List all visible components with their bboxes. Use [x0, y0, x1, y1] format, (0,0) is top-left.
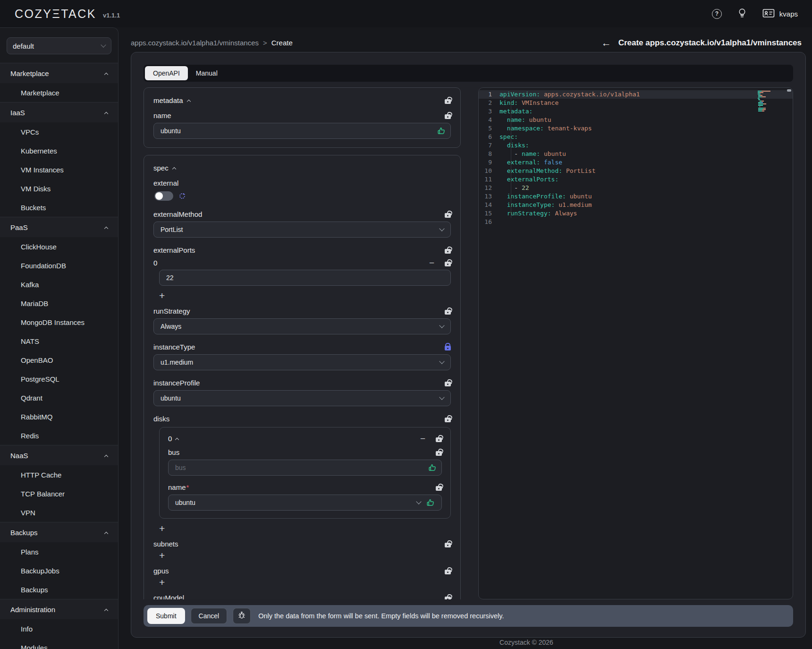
- external-toggle[interactable]: [154, 191, 173, 201]
- form-action-bar: Submit Cancel Only the data from the for…: [144, 605, 793, 627]
- lock-icon-instanceType-locked[interactable]: [445, 346, 451, 350]
- sidebar-item-vm-instances[interactable]: VM Instances: [0, 160, 118, 179]
- remove-port-button[interactable]: −: [429, 258, 434, 267]
- sidebar-item-qdrant[interactable]: Qdrant: [0, 388, 118, 407]
- sidebar-item-buckets[interactable]: Buckets: [0, 198, 118, 217]
- lock-icon-externalMethod[interactable]: [445, 213, 451, 218]
- code-line-3: 3metadata:: [479, 107, 793, 116]
- metadata-collapse[interactable]: metadata: [153, 96, 190, 104]
- help-button[interactable]: ?: [712, 9, 722, 19]
- sidebar-item-kafka[interactable]: Kafka: [0, 275, 118, 294]
- debug-button[interactable]: [233, 608, 251, 624]
- lock-icon-gpus[interactable]: [445, 570, 451, 574]
- sidebar-item-vm-disks[interactable]: VM Disks: [0, 179, 118, 198]
- lock-icon-name[interactable]: [445, 114, 451, 119]
- add-subnet-button[interactable]: +: [159, 550, 165, 560]
- line-number: 11: [479, 175, 499, 184]
- thumbs-up-icon[interactable]: [437, 127, 446, 137]
- sidebar-item-marketplace[interactable]: Marketplace: [0, 83, 118, 102]
- sidebar-item-backupjobs[interactable]: BackupJobs: [0, 561, 118, 580]
- back-button[interactable]: ←: [601, 38, 611, 48]
- name-input[interactable]: [153, 123, 451, 139]
- sidebar-item-mongodb-instances[interactable]: MongoDB Instances: [0, 313, 118, 332]
- tab-manual[interactable]: Manual: [188, 66, 226, 80]
- nav-section-iaas: IaaSVPCsKubernetesVM InstancesVM DisksBu…: [0, 102, 118, 217]
- port-input[interactable]: [159, 270, 451, 286]
- sidebar-section-backups[interactable]: Backups: [0, 522, 118, 542]
- editor-minimap[interactable]: [758, 91, 785, 113]
- sidebar-item-vpn[interactable]: VPN: [0, 503, 118, 522]
- lock-icon-cpuModel[interactable]: [445, 597, 451, 599]
- lock-icon-externalPorts[interactable]: [445, 249, 451, 254]
- lock-icon-bus[interactable]: [436, 451, 442, 456]
- reset-field-icon[interactable]: [179, 193, 186, 199]
- sidebar-item-redis[interactable]: Redis: [0, 426, 118, 445]
- lock-icon-disk-item[interactable]: [436, 437, 442, 442]
- externalMethod-select[interactable]: PortList: [153, 222, 451, 238]
- lock-icon-disk-name[interactable]: [436, 486, 442, 491]
- cancel-button[interactable]: Cancel: [191, 608, 228, 624]
- editor-scrollbar-thumb[interactable]: [787, 89, 791, 92]
- runStrategy-select[interactable]: Always: [153, 318, 451, 334]
- sidebar-item-vpcs[interactable]: VPCs: [0, 122, 118, 141]
- help-icon: ?: [712, 9, 722, 19]
- sidebar-item-kubernetes[interactable]: Kubernetes: [0, 141, 118, 160]
- lock-icon-subnets[interactable]: [445, 543, 451, 547]
- sidebar-section-administration[interactable]: Administration: [0, 599, 118, 619]
- submit-button[interactable]: Submit: [147, 608, 185, 624]
- sidebar-item-plans[interactable]: Plans: [0, 542, 118, 561]
- sidebar-item-openbao[interactable]: OpenBAO: [0, 350, 118, 369]
- sidebar-item-clickhouse[interactable]: ClickHouse: [0, 237, 118, 256]
- sidebar-item-http-cache[interactable]: HTTP Cache: [0, 465, 118, 484]
- sidebar-section-paas[interactable]: PaaS: [0, 217, 118, 237]
- remove-disk-button[interactable]: −: [420, 434, 425, 443]
- chevron-up-icon: [104, 454, 108, 458]
- chevron-down-icon: [439, 323, 444, 328]
- tab-openapi[interactable]: OpenAPI: [145, 66, 188, 80]
- field-label-instanceProfile: instanceProfile: [153, 379, 200, 387]
- code-line-9: 9 external: false: [479, 158, 793, 167]
- line-number: 9: [479, 158, 499, 167]
- sidebar-item-foundationdb[interactable]: FoundationDB: [0, 256, 118, 275]
- lock-icon-metadata[interactable]: [445, 99, 451, 104]
- thumbs-up-icon[interactable]: [428, 463, 437, 473]
- instanceProfile-select[interactable]: ubuntu: [153, 390, 451, 406]
- breadcrumb: apps.cozystack.io/v1alpha1/vminstances >…: [131, 39, 293, 47]
- code-line-8: 8 - name: ubuntu: [479, 150, 793, 158]
- sidebar-item-info[interactable]: Info: [0, 619, 118, 638]
- sidebar-item-postgresql[interactable]: PostgreSQL: [0, 369, 118, 388]
- runStrategy-value: Always: [161, 323, 181, 330]
- chevron-up-icon: [172, 167, 176, 171]
- yaml-editor[interactable]: 1apiVersion: apps.cozystack.io/v1alpha12…: [478, 87, 793, 599]
- disk-name-select[interactable]: ubuntu: [168, 495, 442, 511]
- breadcrumb-separator: >: [263, 39, 267, 47]
- user-menu-button[interactable]: kvaps: [762, 9, 798, 19]
- disk-item-index: 0: [168, 435, 172, 443]
- sidebar-section-iaas[interactable]: IaaS: [0, 102, 118, 122]
- code-line-16: 16: [479, 218, 793, 226]
- thumbs-up-icon[interactable]: [426, 498, 435, 507]
- spec-collapse[interactable]: spec: [153, 164, 176, 172]
- add-gpu-button[interactable]: +: [159, 577, 165, 587]
- sidebar-item-mariadb[interactable]: MariaDB: [0, 294, 118, 313]
- sidebar-item-modules[interactable]: Modules: [0, 638, 118, 649]
- sidebar-item-nats[interactable]: NATS: [0, 332, 118, 350]
- sidebar-item-tcp-balancer[interactable]: TCP Balancer: [0, 484, 118, 503]
- sidebar-section-marketplace[interactable]: Marketplace: [0, 63, 118, 83]
- instanceType-select[interactable]: u1.medium: [153, 354, 451, 370]
- sidebar-section-naas[interactable]: NaaS: [0, 445, 118, 465]
- bus-input[interactable]: [168, 460, 442, 476]
- add-port-button[interactable]: +: [159, 290, 165, 300]
- sidebar-item-backups[interactable]: Backups: [0, 580, 118, 599]
- lock-icon-runStrategy[interactable]: [445, 310, 451, 315]
- chevron-up-icon: [104, 72, 108, 76]
- lock-icon-port-item[interactable]: [445, 262, 451, 266]
- sidebar-item-rabbitmq[interactable]: RabbitMQ: [0, 407, 118, 426]
- disk-item-collapse[interactable]: 0: [168, 435, 178, 443]
- lock-icon-instanceProfile[interactable]: [445, 382, 451, 386]
- theme-toggle-button[interactable]: [738, 9, 746, 19]
- lock-icon-disks[interactable]: [445, 418, 451, 422]
- add-disk-button[interactable]: +: [159, 523, 165, 533]
- tenant-select[interactable]: default: [7, 37, 111, 54]
- breadcrumb-path[interactable]: apps.cozystack.io/v1alpha1/vminstances: [131, 39, 259, 47]
